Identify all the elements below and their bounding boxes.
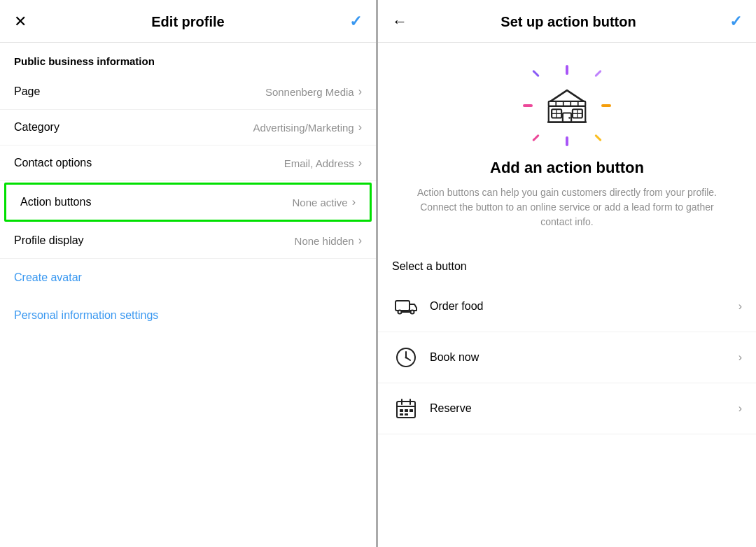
select-button-label: Select a button [378, 260, 756, 281]
left-check-icon[interactable]: ✓ [349, 13, 362, 31]
ray-bottom-right [594, 134, 602, 142]
shop-svg-icon [542, 81, 592, 130]
menu-item-profile-display[interactable]: Profile display None hidden › [0, 223, 376, 259]
menu-item-category-label: Category [14, 121, 59, 134]
menu-item-category-value: Advertising/Marketing [253, 122, 354, 134]
left-title: Edit profile [151, 14, 224, 30]
chevron-icon: › [358, 234, 362, 247]
ray-top-right [594, 70, 602, 78]
order-food-label: Order food [430, 300, 738, 313]
menu-item-contact-label: Contact options [14, 157, 92, 169]
menu-item-category[interactable]: Category Advertising/Marketing › [0, 110, 376, 145]
action-item-reserve[interactable]: Reserve › [378, 383, 756, 434]
reserve-label: Reserve [430, 402, 738, 415]
ray-top [566, 65, 568, 75]
svg-point-22 [405, 357, 407, 359]
section-label: Public business information [0, 43, 376, 74]
ray-bottom-left [532, 134, 540, 142]
svg-rect-29 [410, 409, 413, 412]
menu-item-profile-display-right: None hidden › [295, 234, 362, 247]
ray-bottom [566, 136, 568, 146]
action-item-order-food[interactable]: Order food › [378, 281, 756, 332]
svg-rect-31 [405, 413, 408, 415]
menu-item-profile-display-label: Profile display [14, 234, 84, 247]
close-icon[interactable]: ✕ [14, 13, 27, 31]
right-title: Set up action button [500, 14, 636, 30]
menu-item-action-buttons[interactable]: Action buttons None active › [4, 183, 372, 222]
create-avatar-link[interactable]: Create avatar [0, 259, 376, 297]
svg-rect-28 [405, 409, 408, 412]
truck-icon [392, 292, 420, 320]
svg-point-13 [568, 117, 570, 119]
left-panel: ✕ Edit profile ✓ Public business informa… [0, 0, 378, 547]
shop-illustration [525, 64, 609, 148]
action-description: Action buttons can help you gain custome… [406, 185, 728, 229]
book-now-chevron: › [738, 351, 742, 364]
back-icon[interactable]: ← [392, 13, 407, 31]
menu-item-contact-value: Email, Address [284, 157, 354, 169]
menu-item-page-right: Sonnenberg Media › [265, 85, 362, 98]
right-check-icon[interactable]: ✓ [729, 13, 742, 31]
ray-right [601, 104, 611, 107]
svg-point-17 [411, 311, 414, 314]
action-item-book-now[interactable]: Book now › [378, 332, 756, 383]
chevron-icon: › [358, 85, 362, 98]
book-now-label: Book now [430, 351, 738, 364]
menu-item-contact-right: Email, Address › [284, 157, 362, 169]
svg-rect-30 [400, 413, 403, 415]
menu-item-page-value: Sonnenberg Media [265, 86, 354, 98]
reserve-chevron: › [738, 402, 742, 415]
ray-top-left [532, 70, 540, 78]
svg-point-16 [398, 311, 402, 314]
menu-item-action-buttons-right: None active › [292, 196, 356, 208]
chevron-icon: › [352, 196, 356, 208]
menu-item-profile-display-value: None hidden [295, 235, 354, 247]
menu-item-contact[interactable]: Contact options Email, Address › [0, 145, 376, 181]
calendar-icon [392, 395, 420, 422]
illustration-area: Add an action button Action buttons can … [378, 43, 756, 260]
svg-rect-27 [400, 409, 403, 412]
right-header: ← Set up action button ✓ [378, 0, 756, 43]
chevron-icon: › [358, 157, 362, 169]
menu-item-page[interactable]: Page Sonnenberg Media › [0, 74, 376, 110]
action-title: Add an action button [490, 159, 644, 177]
order-food-chevron: › [738, 300, 742, 313]
right-panel: ← Set up action button ✓ [378, 0, 756, 547]
left-header: ✕ Edit profile ✓ [0, 0, 376, 43]
menu-item-page-label: Page [14, 85, 40, 98]
chevron-icon: › [358, 121, 362, 134]
personal-info-link[interactable]: Personal information settings [0, 297, 376, 334]
ray-left [523, 104, 533, 107]
menu-item-category-right: Advertising/Marketing › [253, 121, 362, 134]
menu-item-action-buttons-value: None active [292, 197, 347, 208]
clock-icon [392, 343, 420, 371]
svg-rect-15 [396, 301, 410, 311]
menu-item-action-buttons-label: Action buttons [20, 196, 91, 208]
